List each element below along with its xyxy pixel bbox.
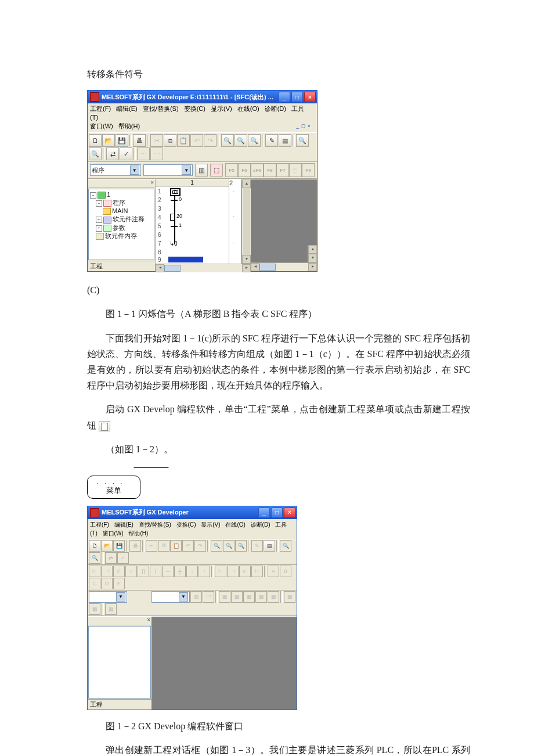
copy-button: ⧉ xyxy=(158,540,169,552)
minimize-button[interactable]: _ xyxy=(279,92,290,102)
main-icon xyxy=(103,208,111,215)
scroll-down-icon[interactable]: ▾ xyxy=(308,254,317,262)
transfer-button[interactable]: ⇄ xyxy=(106,147,119,160)
menu-help[interactable]: 帮助(H) xyxy=(118,123,140,129)
fkey-f5[interactable]: F5 xyxy=(225,163,238,177)
monitor-mode-button[interactable]: ▤ xyxy=(279,134,291,147)
tree-close-button[interactable]: × xyxy=(88,179,155,188)
zoom-button-3[interactable]: 🔍 xyxy=(248,134,261,147)
titlebar[interactable]: MELSOFT系列 GX Developer E:\1111111\1 - [S… xyxy=(88,91,317,103)
hscrollbar-right[interactable]: ◂ ▸ xyxy=(251,262,317,271)
menu-diagnose[interactable]: 诊断(D) xyxy=(265,105,286,112)
cut-button[interactable]: ✂ xyxy=(150,134,163,147)
scroll-right-icon[interactable]: ▸ xyxy=(242,264,251,272)
sfc-jump[interactable]: ↳0 xyxy=(169,240,178,247)
sfc-transition[interactable] xyxy=(171,226,178,227)
find-button[interactable]: 🔍 xyxy=(296,134,309,147)
scroll-right-icon[interactable]: ▸ xyxy=(308,263,317,271)
paste-button[interactable]: 📋 xyxy=(177,134,190,147)
verify-button[interactable]: ✓ xyxy=(120,147,132,160)
tree-param: 参数 xyxy=(113,224,125,231)
titlebar[interactable]: MELSOFT系列 GX Developer _ □ × xyxy=(88,506,297,519)
menu-view[interactable]: 显示(V) xyxy=(211,105,232,112)
fkey-f9[interactable]: F9 xyxy=(302,163,315,177)
secondary-combo[interactable]: ▼ xyxy=(143,164,193,176)
undo-button[interactable]: ↶ xyxy=(190,134,203,147)
menu-help[interactable]: 帮助(H) xyxy=(128,530,148,537)
sfc-transition[interactable] xyxy=(171,200,178,201)
tree-close-button[interactable]: × xyxy=(88,617,151,625)
dot-icon: · xyxy=(233,189,234,195)
fkey-sf7[interactable]: ⬚ xyxy=(289,163,302,177)
menu-online[interactable]: 在线(O) xyxy=(225,521,245,528)
menu-window[interactable]: 窗口(W) xyxy=(90,123,113,129)
print-button[interactable]: 🖶 xyxy=(133,134,146,147)
window-title: MELSOFT系列 GX Developer xyxy=(102,508,189,517)
scroll-left-icon[interactable]: ◂ xyxy=(251,263,259,271)
open-file-button[interactable]: 📂 xyxy=(101,540,113,552)
fkey-f7[interactable]: F7 xyxy=(276,163,289,177)
vscrollbar-left[interactable]: ▴ ▾ xyxy=(241,179,251,264)
fkey-sf6[interactable]: sF6 xyxy=(251,163,264,177)
fkey-f8[interactable]: F8 xyxy=(264,163,276,177)
open-file-button[interactable]: 📂 xyxy=(102,134,115,147)
program-combo[interactable]: 程序 ▼ xyxy=(90,164,141,176)
save-button[interactable]: 💾 xyxy=(116,134,128,147)
gx-developer-window-empty: MELSOFT系列 GX Developer _ □ × 工程(F) 编辑(E)… xyxy=(87,506,297,710)
tree-tab[interactable]: 工程 xyxy=(88,699,151,710)
vscrollbar-right[interactable]: ▴ ▾ xyxy=(308,245,317,262)
sfc-selection[interactable] xyxy=(168,257,203,262)
close-button[interactable]: × xyxy=(304,92,316,102)
new-file-button[interactable]: 🗋 xyxy=(89,540,100,552)
menu-convert[interactable]: 变换(C) xyxy=(184,105,205,112)
menu-online[interactable]: 在线(O) xyxy=(237,105,259,112)
sfc-step[interactable] xyxy=(170,214,175,221)
find2-button[interactable]: 🔍 xyxy=(89,147,102,160)
hscrollbar-left[interactable]: ◂ ▸ xyxy=(156,264,251,272)
app-logo-icon xyxy=(90,508,99,517)
scroll-thumb[interactable] xyxy=(164,265,181,272)
menu-edit[interactable]: 编辑(E) xyxy=(116,105,138,112)
new-file-button[interactable]: 🗋 xyxy=(89,134,102,147)
ladder-button[interactable]: ▥ xyxy=(195,164,208,177)
callout-leader-line xyxy=(134,467,182,483)
menu-project[interactable]: 工程(F) xyxy=(90,521,109,528)
sfc-button[interactable]: ⬚ xyxy=(210,164,223,177)
edit-mode-button[interactable]: ✎ xyxy=(265,134,278,147)
zoom-button-2[interactable]: 🔍 xyxy=(234,134,247,147)
copy-button[interactable]: ⧉ xyxy=(164,134,176,147)
minimize-button[interactable]: _ xyxy=(258,507,270,518)
scroll-up-icon[interactable]: ▴ xyxy=(242,179,251,188)
menu-diagnose[interactable]: 诊断(D) xyxy=(251,521,270,528)
scroll-down-icon[interactable]: ▾ xyxy=(242,255,251,264)
redo-button[interactable]: ↷ xyxy=(204,134,217,147)
program-combo-value: 程序 xyxy=(92,166,104,175)
row-num: 2 xyxy=(158,197,161,203)
monitor-mode[interactable]: ▤ xyxy=(264,540,275,552)
scroll-thumb[interactable] xyxy=(259,264,276,271)
scroll-up-icon[interactable]: ▴ xyxy=(308,245,317,254)
new-project-icon xyxy=(99,421,110,431)
program-icon xyxy=(103,200,111,207)
paste-button: 📋 xyxy=(170,540,182,552)
menu-find[interactable]: 查找/替换(S) xyxy=(143,105,179,112)
close-button[interactable]: × xyxy=(284,507,295,518)
mdi-controls[interactable]: _ □ × xyxy=(296,122,311,131)
menu-edit[interactable]: 编辑(E) xyxy=(114,521,134,528)
scroll-left-icon[interactable]: ◂ xyxy=(156,264,164,272)
menu-project[interactable]: 工程(F) xyxy=(90,105,111,112)
chevron-down-icon: ▼ xyxy=(182,165,191,175)
tree-tab[interactable]: 工程 xyxy=(88,261,155,271)
maximize-button[interactable]: □ xyxy=(291,92,303,102)
sfc-initial-step[interactable]: 0 xyxy=(170,188,181,196)
menu-find[interactable]: 查找/替换(S) xyxy=(139,521,171,528)
menu-window[interactable]: 窗口(W) xyxy=(103,530,124,537)
sfc-editor[interactable]: 1 1 2 3 4 5 6 7 8 9 xyxy=(155,179,317,271)
project-tree[interactable]: -1 -程序 MAIN +软元件注释 +参数 软元件内存 xyxy=(88,189,154,260)
menu-convert[interactable]: 变换(C) xyxy=(176,521,196,528)
zoom-button-1[interactable]: 🔍 xyxy=(221,134,234,147)
menu-view[interactable]: 显示(V) xyxy=(201,521,220,528)
fkey-f6[interactable]: F6 xyxy=(238,163,251,177)
fkey-palette: F5 F6 sF6 F8 F7 ⬚ F9 xyxy=(225,163,315,177)
maximize-button[interactable]: □ xyxy=(271,507,283,518)
